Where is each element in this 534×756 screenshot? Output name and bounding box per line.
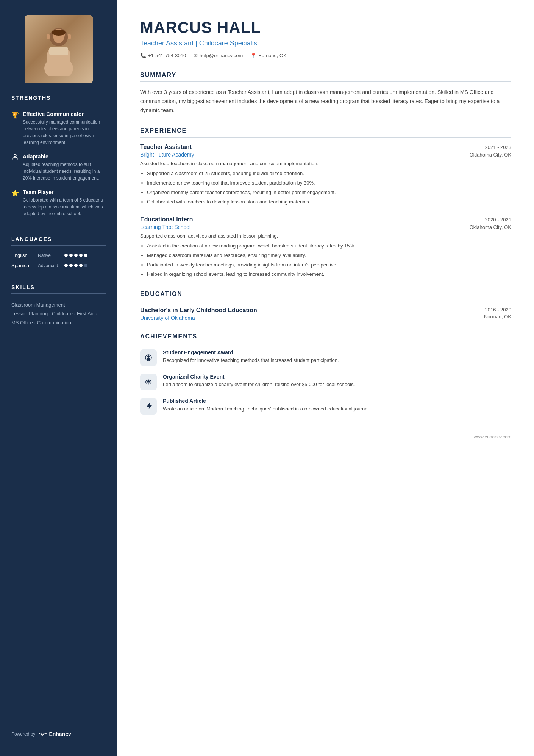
strength-0-content: Effective Communicator Successfully mana… bbox=[23, 111, 106, 146]
languages-title: LANGUAGES bbox=[11, 236, 106, 246]
skills-title: SKILLS bbox=[11, 284, 106, 294]
dot bbox=[69, 264, 73, 267]
svg-point-11 bbox=[147, 355, 150, 358]
achievement-0-desc: Recognized for innovative teaching metho… bbox=[163, 357, 339, 365]
skills-text: Classroom Management · Lesson Planning ·… bbox=[11, 301, 106, 327]
exp-0-role: Teacher Assistant bbox=[140, 144, 192, 150]
svg-rect-4 bbox=[49, 47, 68, 55]
strength-2-title: Team Player bbox=[23, 189, 106, 195]
contact-email: ✉ help@enhancv.com bbox=[194, 53, 243, 58]
edu-0-degree: Bachelor's in Early Childhood Education bbox=[140, 307, 257, 314]
exp-0-bullets: Supported a classroom of 25 students, en… bbox=[140, 170, 511, 206]
exp-0-sub: Bright Future Academy Oklahoma City, OK bbox=[140, 152, 511, 158]
svg-rect-8 bbox=[68, 34, 71, 39]
exp-1-bullets: Assisted in the creation of a new readin… bbox=[140, 242, 511, 278]
exp-0-bullet-3: Collaborated with teachers to develop le… bbox=[147, 198, 511, 206]
email-icon: ✉ bbox=[194, 53, 198, 58]
language-row-1: Spanish Advanced bbox=[11, 263, 106, 268]
exp-0-bullet-2: Organized monthly parent-teacher confere… bbox=[147, 189, 511, 197]
contact-location: 📍 Edmond, OK bbox=[250, 53, 286, 58]
location-text: Edmond, OK bbox=[258, 53, 286, 58]
exp-1-bullet-0: Assisted in the creation of a new readin… bbox=[147, 242, 511, 250]
achievement-1-desc: Led a team to organize a charity event f… bbox=[163, 381, 355, 389]
lang-1-dots bbox=[64, 264, 87, 267]
dot bbox=[64, 254, 68, 257]
enhancv-logo: Enhancv bbox=[38, 731, 71, 737]
main-footer: www.enhancv.com bbox=[140, 427, 511, 440]
strength-item-2: ⭐ Team Player Collaborated with a team o… bbox=[11, 189, 106, 217]
charity-icon bbox=[144, 378, 153, 386]
strength-2-desc: Collaborated with a team of 5 educators … bbox=[23, 197, 106, 217]
edu-0-right: 2016 - 2020 Norman, OK bbox=[484, 307, 511, 319]
exp-0-desc: Assisted lead teachers in classroom mana… bbox=[140, 160, 511, 168]
strength-item-1: Adaptable Adjusted teaching methods to s… bbox=[11, 153, 106, 182]
contact-row: 📞 +1-541-754-3010 ✉ help@enhancv.com 📍 E… bbox=[140, 53, 511, 58]
candidate-name: MARCUS HALL bbox=[140, 19, 511, 36]
dot bbox=[69, 254, 73, 257]
exp-1-dates: 2020 - 2021 bbox=[485, 217, 511, 222]
exp-1-bullet-1: Managed classroom materials and resource… bbox=[147, 252, 511, 260]
dot bbox=[74, 264, 78, 267]
candidate-photo bbox=[25, 15, 93, 83]
summary-section: SUMMARY With over 3 years of experience … bbox=[140, 72, 511, 115]
strength-2-content: Team Player Collaborated with a team of … bbox=[23, 189, 106, 217]
photo-placeholder bbox=[25, 15, 93, 83]
exp-0-bullet-1: Implemented a new teaching tool that imp… bbox=[147, 179, 511, 187]
dot bbox=[84, 254, 87, 257]
candidate-title: Teacher Assistant | Childcare Specialist bbox=[140, 39, 511, 47]
achievement-item-1: Organized Charity Event Led a team to or… bbox=[140, 374, 511, 390]
svg-point-6 bbox=[52, 30, 66, 36]
achievements-section: ACHIEVEMENTS Student Engagement Award Re… bbox=[140, 333, 511, 415]
strength-0-desc: Successfully managed communication betwe… bbox=[23, 119, 106, 146]
dot bbox=[74, 254, 78, 257]
edu-0-dates: 2016 - 2020 bbox=[484, 307, 511, 313]
summary-title: SUMMARY bbox=[140, 72, 511, 82]
skills-section: SKILLS Classroom Management · Lesson Pla… bbox=[0, 284, 117, 327]
lang-1-level: Advanced bbox=[38, 263, 64, 268]
language-row-0: English Native bbox=[11, 252, 106, 258]
strengths-title: STRENGTHS bbox=[11, 95, 106, 104]
achievement-item-0: Student Engagement Award Recognized for … bbox=[140, 349, 511, 366]
location-icon: 📍 bbox=[250, 53, 256, 58]
edu-0-school: University of Oklahoma bbox=[140, 315, 257, 321]
dot bbox=[64, 264, 68, 267]
achievement-2-title: Published Article bbox=[163, 398, 370, 404]
strength-1-desc: Adjusted teaching methods to suit indivi… bbox=[23, 161, 106, 182]
achievement-item-2: Published Article Wrote an article on 'M… bbox=[140, 398, 511, 415]
dot bbox=[79, 264, 83, 267]
sidebar-footer: Powered by Enhancv bbox=[0, 720, 117, 741]
achievement-0-content: Student Engagement Award Recognized for … bbox=[163, 349, 339, 365]
website-url: www.enhancv.com bbox=[474, 434, 511, 440]
exp-0-company: Bright Future Academy bbox=[140, 152, 194, 158]
lang-0-dots bbox=[64, 254, 87, 257]
exp-0-header: Teacher Assistant 2021 - 2023 bbox=[140, 144, 511, 150]
exp-0-bullet-0: Supported a classroom of 25 students, en… bbox=[147, 170, 511, 178]
lightning-icon bbox=[144, 402, 153, 410]
edu-0-left: Bachelor's in Early Childhood Education … bbox=[140, 307, 257, 321]
achievement-0-title: Student Engagement Award bbox=[163, 349, 339, 355]
exp-1-header: Educational Intern 2020 - 2021 bbox=[140, 216, 511, 223]
graduation-icon bbox=[144, 354, 153, 362]
edu-item-0: Bachelor's in Early Childhood Education … bbox=[140, 307, 511, 321]
strength-1-content: Adaptable Adjusted teaching methods to s… bbox=[23, 153, 106, 182]
exp-1-desc: Supported classroom activities and assis… bbox=[140, 232, 511, 240]
exp-item-0: Teacher Assistant 2021 - 2023 Bright Fut… bbox=[140, 144, 511, 206]
email-address: help@enhancv.com bbox=[200, 53, 243, 58]
logo-icon bbox=[38, 731, 47, 737]
exp-1-bullet-3: Helped in organizing school events, lead… bbox=[147, 271, 511, 279]
lang-0-name: English bbox=[11, 252, 38, 258]
contact-phone: 📞 +1-541-754-3010 bbox=[140, 53, 186, 58]
achievement-2-desc: Wrote an article on 'Modern Teaching Tec… bbox=[163, 405, 370, 413]
exp-0-location: Oklahoma City, OK bbox=[470, 152, 511, 158]
achievements-title: ACHIEVEMENTS bbox=[140, 333, 511, 343]
exp-1-sub: Learning Tree School Oklahoma City, OK bbox=[140, 224, 511, 230]
dot bbox=[79, 254, 83, 257]
main-header: MARCUS HALL Teacher Assistant | Childcar… bbox=[140, 19, 511, 58]
experience-title: EXPERIENCE bbox=[140, 127, 511, 138]
svg-point-9 bbox=[14, 154, 16, 157]
resume-container: STRENGTHS 🏆 Effective Communicator Succe… bbox=[0, 0, 534, 756]
phone-number: +1-541-754-3010 bbox=[148, 53, 186, 58]
exp-item-1: Educational Intern 2020 - 2021 Learning … bbox=[140, 216, 511, 279]
powered-by-label: Powered by bbox=[11, 731, 35, 737]
star-icon: ⭐ bbox=[11, 189, 19, 197]
